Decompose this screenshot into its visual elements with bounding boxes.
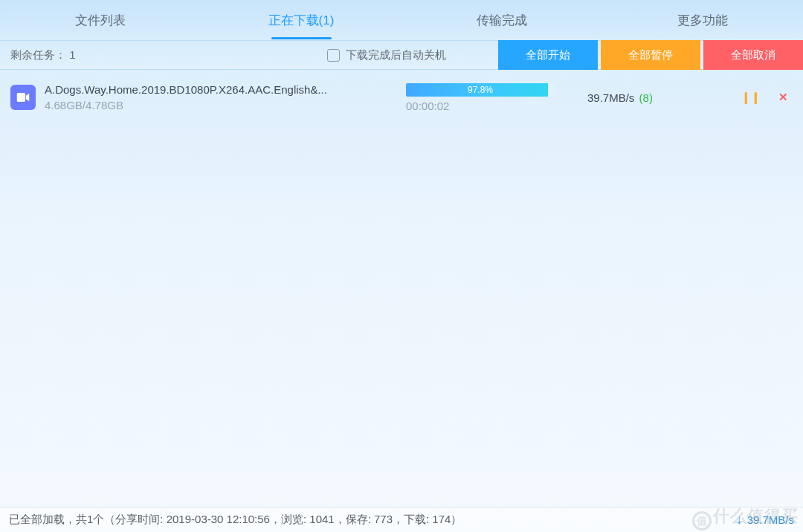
speed-value: 39.7MB/s <box>587 91 634 104</box>
file-info: A.Dogs.Way.Home.2019.BD1080P.X264.AAC.En… <box>45 83 402 111</box>
thread-count: (8) <box>639 91 653 104</box>
download-arrow-icon: ↓ <box>736 512 743 528</box>
footer-speed: ↓ 39.7MB/s <box>736 512 794 528</box>
video-icon <box>10 85 36 110</box>
file-size: 4.68GB/4.78GB <box>45 99 402 111</box>
cancel-all-button[interactable]: 全部取消 <box>703 40 803 70</box>
status-bar: 已全部加载，共1个（分享时间: 2019-03-30 12:10:56，浏览: … <box>0 507 803 532</box>
tab-more[interactable]: 更多功能 <box>602 12 803 29</box>
tab-file-list[interactable]: 文件列表 <box>0 12 201 29</box>
progress-bar: 97.8% <box>406 83 555 97</box>
remaining-tasks: 剩余任务： 1 <box>0 48 327 62</box>
svg-rect-0 <box>17 93 25 102</box>
progress-remaining <box>548 83 555 97</box>
progress-percent: 97.8% <box>468 85 493 95</box>
progress-column: 97.8% 00:00:02 <box>406 83 555 112</box>
shutdown-after-done: 下载完成后自动关机 <box>327 48 495 62</box>
tab-downloading[interactable]: 正在下载(1) <box>201 12 402 29</box>
footer-status: 已全部加载，共1个（分享时间: 2019-03-30 12:10:56，浏览: … <box>9 513 462 527</box>
tab-completed[interactable]: 传输完成 <box>402 12 602 29</box>
tab-bar: 文件列表 正在下载(1) 传输完成 更多功能 <box>0 0 803 40</box>
item-actions: ❙❙ ✕ <box>741 91 788 104</box>
cancel-icon[interactable]: ✕ <box>778 91 788 104</box>
start-all-button[interactable]: 全部开始 <box>498 40 598 70</box>
file-name: A.Dogs.Way.Home.2019.BD1080P.X264.AAC.En… <box>45 83 402 96</box>
footer-speed-value: 39.7MB/s <box>747 513 794 526</box>
shutdown-checkbox[interactable] <box>327 49 340 62</box>
pause-icon[interactable]: ❙❙ <box>741 91 761 104</box>
download-item[interactable]: A.Dogs.Way.Home.2019.BD1080P.X264.AAC.En… <box>0 70 803 125</box>
time-remaining: 00:00:02 <box>406 100 555 112</box>
remaining-count: 1 <box>69 48 75 61</box>
shutdown-label: 下载完成后自动关机 <box>346 48 446 62</box>
remaining-label: 剩余任务： <box>10 48 66 61</box>
control-bar: 剩余任务： 1 下载完成后自动关机 全部开始 全部暂停 全部取消 <box>0 40 803 70</box>
download-speed: 39.7MB/s (8) <box>587 91 684 104</box>
pause-all-button[interactable]: 全部暂停 <box>601 40 700 70</box>
